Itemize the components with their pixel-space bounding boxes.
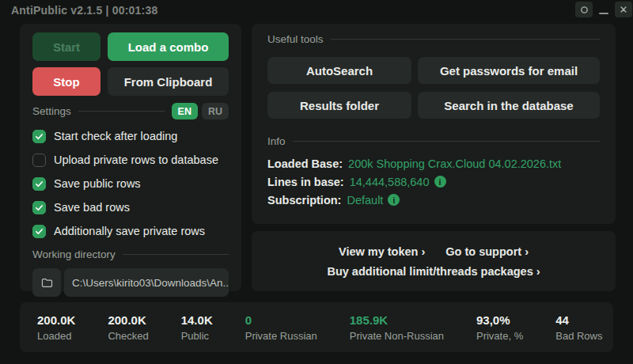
stats-bar: 200.0K Loaded 200.0K Checked 14.0K Publi… [20,302,613,352]
checkbox-label: Start check after loading [54,130,177,142]
info-icon[interactable] [434,176,446,188]
stat-value: 0 [245,313,317,327]
stat-private-non-russian: 185.9K Private Non-Russian [350,313,444,342]
checkbox-row-save-private[interactable]: Additionally save private rows [32,224,229,238]
checkbox[interactable] [32,177,46,191]
circle-icon[interactable] [575,2,593,17]
settings-header: Settings EN RU [32,103,229,119]
working-directory-path[interactable]: C:\Users\kirito03\Downloads\An... [64,268,229,297]
window-title: AntiPublic v2.1.5 | 00:01:38 [11,4,157,17]
stat-label: Loaded [37,330,75,342]
stat-label: Private, % [476,330,523,342]
get-passwords-button[interactable]: Get passwords for email [418,57,600,84]
stat-public: 14.0K Public [181,313,213,342]
checkbox-row-save-public[interactable]: Save public rows [32,176,229,191]
language-en-button[interactable]: EN [172,103,198,119]
subscription-label: Subscription: [267,194,341,207]
stat-label: Bad Rows [555,330,602,342]
tools-info-panel: Useful tools AutoSearch Get passwords fo… [252,24,616,224]
control-panel: Start Load a combo Stop From Clipboard S… [20,24,241,291]
app-window: AntiPublic v2.1.5 | 00:01:38 Start Load … [0,0,633,364]
loaded-base-label: Loaded Base: [267,157,343,170]
loaded-base-value: 200k Shopping Crax.Cloud 04.02.2026.txt [348,157,561,170]
stat-label: Checked [108,330,148,342]
subscription-row: Subscription: Default [267,191,600,209]
stat-value: 44 [555,313,602,327]
checkbox-label: Save public rows [54,177,141,190]
start-button[interactable]: Start [32,32,100,61]
checkbox-label: Save bad rows [54,201,130,214]
divider [293,141,600,142]
links-row-top: View my token › Go to support › [339,245,529,258]
useful-tools-label: Useful tools [267,33,324,45]
stat-loaded: 200.0K Loaded [37,313,75,342]
divider [123,254,229,255]
working-directory-label: Working directory [32,248,116,260]
stat-private-percent: 93,0% Private, % [476,313,523,342]
support-link[interactable]: Go to support › [445,245,529,258]
lines-in-base-value: 14,444,588,640 [350,176,430,188]
links-row-bottom: Buy additional limit/threads packages › [327,265,540,278]
language-ru-button[interactable]: RU [202,103,229,119]
stat-label: Public [181,330,213,342]
info-rows: Loaded Base: 200k Shopping Crax.Cloud 04… [267,154,600,209]
stat-value: 200.0K [37,313,75,327]
checkbox[interactable] [32,201,46,214]
links-panel: View my token › Go to support › Buy addi… [252,231,616,291]
stop-button[interactable]: Stop [32,67,100,96]
buy-packages-link[interactable]: Buy additional limit/threads packages › [327,265,540,278]
checkbox-row-upload-private[interactable]: Upload private rows to database [32,153,229,167]
search-database-button[interactable]: Search in the database [418,92,600,119]
info-header: Info [267,135,600,147]
autosearch-button[interactable]: AutoSearch [267,57,411,84]
checkbox[interactable] [32,130,46,143]
lines-in-base-label: Lines in base: [267,176,344,188]
stat-bad-rows: 44 Bad Rows [555,313,602,342]
checkbox-row-save-bad[interactable]: Save bad rows [32,200,229,214]
stat-checked: 200.0K Checked [108,313,148,342]
working-directory-row: C:\Users\kirito03\Downloads\An... [32,268,229,297]
checkbox-label: Additionally save private rows [54,225,205,237]
action-buttons: Start Load a combo Stop From Clipboard [32,32,229,96]
close-icon[interactable] [615,2,632,17]
results-folder-button[interactable]: Results folder [267,92,411,119]
lines-in-base-row: Lines in base: 14,444,588,640 [267,173,600,191]
title-bar: AntiPublic v2.1.5 | 00:01:38 [0,0,633,21]
stat-private-russian: 0 Private Russian [245,313,317,342]
checkbox-label: Upload private rows to database [54,154,218,166]
divider [78,111,165,112]
info-label: Info [267,135,286,147]
checkbox-row-start-check[interactable]: Start check after loading [32,129,229,143]
stat-value: 93,0% [476,313,523,327]
stat-value: 14.0K [181,313,213,327]
stat-value: 185.9K [350,313,444,327]
checkbox[interactable] [32,225,46,238]
stat-label: Private Non-Russian [350,330,444,342]
view-token-link[interactable]: View my token › [339,245,425,258]
folder-icon[interactable] [32,268,61,297]
from-clipboard-button[interactable]: From Clipboard [108,67,229,96]
settings-label: Settings [32,105,71,117]
load-combo-button[interactable]: Load a combo [108,32,229,61]
subscription-value: Default [347,194,383,207]
window-controls [575,2,632,17]
useful-tools-header: Useful tools [267,33,600,45]
info-icon[interactable] [388,194,400,206]
minimize-icon[interactable] [597,2,610,17]
stat-label: Private Russian [245,330,317,342]
loaded-base-row: Loaded Base: 200k Shopping Crax.Cloud 04… [267,154,600,173]
divider [331,39,600,40]
checkbox[interactable] [32,154,46,167]
useful-tools-grid: AutoSearch Get passwords for email Resul… [267,57,600,119]
stat-value: 200.0K [108,313,148,327]
working-directory-header: Working directory [32,248,229,260]
